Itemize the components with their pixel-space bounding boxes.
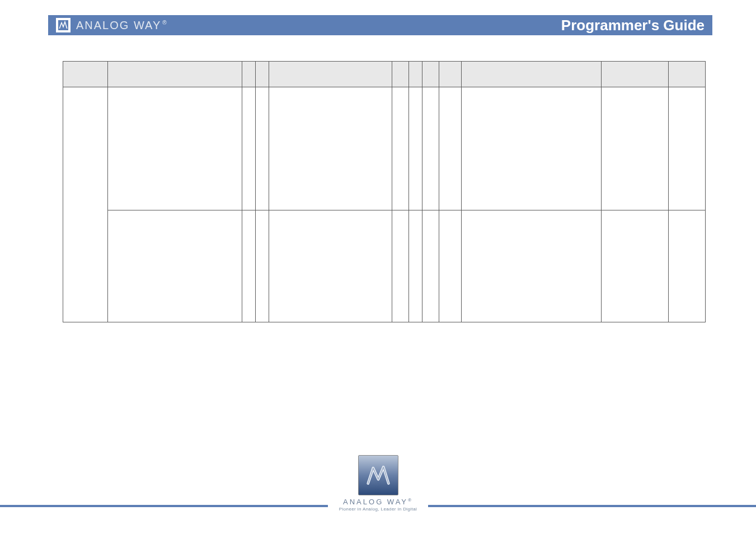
cell — [269, 87, 392, 210]
th-1 — [63, 62, 108, 87]
cell — [602, 210, 669, 322]
table-head-row — [63, 62, 706, 87]
cell — [422, 210, 439, 322]
footer-logo-block: ANALOG WAY® Pioneer in Analog, Leader in… — [328, 455, 429, 512]
cell — [242, 210, 256, 322]
th-7 — [409, 62, 422, 87]
brand-registered-icon: ® — [162, 20, 167, 26]
cell — [409, 87, 422, 210]
cell — [462, 210, 602, 322]
cell — [269, 210, 392, 322]
th-2 — [108, 62, 242, 87]
th-10 — [462, 62, 602, 87]
cell — [108, 87, 242, 210]
page: ANALOG WAY® Programmer's Guide — [0, 0, 756, 534]
cell — [108, 210, 242, 322]
cell — [669, 210, 706, 322]
header-bar: ANALOG WAY® Programmer's Guide — [48, 15, 712, 35]
spec-table — [63, 61, 706, 322]
brand-logo-icon — [56, 18, 71, 32]
table-body — [63, 87, 706, 322]
svg-rect-0 — [58, 20, 68, 30]
th-12 — [669, 62, 706, 87]
brand-name: ANALOG WAY — [76, 19, 161, 31]
page-title: Programmer's Guide — [561, 17, 705, 34]
cell — [422, 87, 439, 210]
cell — [392, 87, 409, 210]
cell — [669, 87, 706, 210]
footer-rule-left — [0, 505, 328, 507]
cell — [242, 87, 256, 210]
footer-tagline: Pioneer in Analog, Leader in Digital — [328, 507, 429, 512]
footer-brand-reg-icon: ® — [408, 498, 413, 503]
th-11 — [602, 62, 669, 87]
brand-text: ANALOG WAY® — [76, 18, 167, 32]
table-row — [63, 87, 706, 210]
th-8 — [422, 62, 439, 87]
th-6 — [392, 62, 409, 87]
table-row — [63, 210, 706, 322]
footer: ANALOG WAY® Pioneer in Analog, Leader in… — [0, 444, 756, 512]
th-5 — [269, 62, 392, 87]
footer-mark-icon — [366, 463, 391, 488]
footer-rule-right — [428, 505, 756, 507]
cell — [439, 87, 462, 210]
table-head — [63, 62, 706, 87]
footer-logo-icon — [358, 455, 398, 495]
brand: ANALOG WAY® — [48, 18, 167, 32]
cell-group — [63, 87, 108, 322]
footer-brand-text: ANALOG WAY — [343, 498, 408, 506]
th-4 — [256, 62, 269, 87]
th-3 — [242, 62, 256, 87]
logo-mark-icon — [58, 20, 68, 30]
footer-brand: ANALOG WAY® — [328, 498, 429, 506]
cell — [392, 210, 409, 322]
cell — [462, 87, 602, 210]
cell — [256, 210, 269, 322]
th-9 — [439, 62, 462, 87]
cell — [256, 87, 269, 210]
cell — [409, 210, 422, 322]
cell — [602, 87, 669, 210]
cell — [439, 210, 462, 322]
